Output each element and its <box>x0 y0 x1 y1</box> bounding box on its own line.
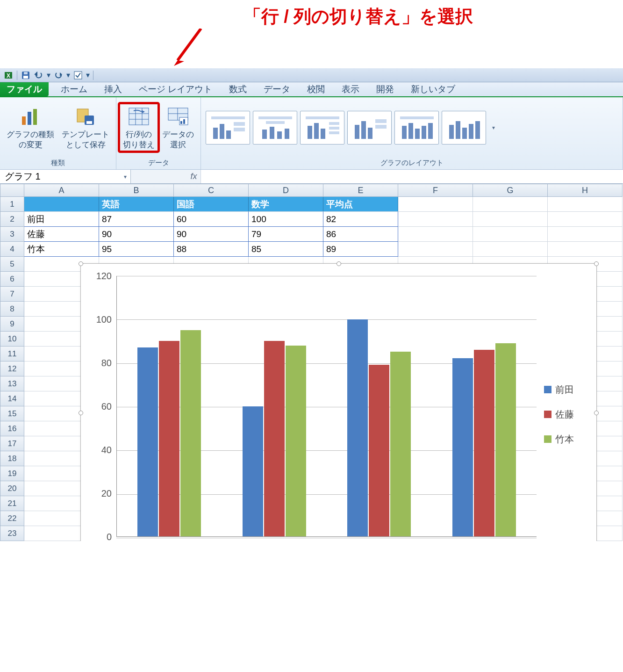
row-header[interactable]: 2 <box>0 212 24 227</box>
row-header[interactable]: 8 <box>0 302 24 317</box>
redo-icon[interactable] <box>53 70 64 80</box>
row-header[interactable]: 11 <box>0 347 24 361</box>
gallery-more-dropdown[interactable]: ▾ <box>489 111 498 145</box>
name-box[interactable]: グラフ 1 <box>0 170 131 183</box>
formula-bar-input[interactable] <box>201 170 623 183</box>
legend-item[interactable]: 佐藤 <box>544 408 588 421</box>
layout-thumb-6[interactable] <box>442 111 486 145</box>
row-header[interactable]: 18 <box>0 451 24 466</box>
chart-bar[interactable] <box>243 406 263 537</box>
cell[interactable]: 82 <box>323 212 398 227</box>
cell[interactable]: 60 <box>174 212 249 227</box>
row-header[interactable]: 9 <box>0 317 24 332</box>
checkbox-icon[interactable] <box>72 70 84 80</box>
cell[interactable]: 79 <box>249 227 323 242</box>
chart-bar[interactable] <box>495 343 516 536</box>
layout-thumb-4[interactable] <box>347 111 392 145</box>
row-header[interactable]: 21 <box>0 496 24 511</box>
save-template-button[interactable]: テンプレート として保存 <box>58 103 113 152</box>
qat-dropdown-icon[interactable]: ▾ <box>86 70 90 80</box>
cell[interactable] <box>548 212 623 227</box>
cell[interactable] <box>548 242 623 257</box>
undo-icon[interactable] <box>33 70 44 80</box>
cell[interactable]: 90 <box>99 227 174 242</box>
cell[interactable]: 90 <box>174 227 249 242</box>
chart-bar[interactable] <box>369 365 389 536</box>
cell[interactable] <box>473 227 548 242</box>
undo-dropdown-icon[interactable]: ▾ <box>46 70 51 80</box>
cell[interactable]: 89 <box>323 242 398 257</box>
chart-bar[interactable] <box>159 341 179 536</box>
chart-bar[interactable] <box>264 341 285 536</box>
cell[interactable]: 平均点 <box>323 197 398 212</box>
legend-item[interactable]: 前田 <box>544 383 588 396</box>
cell[interactable]: 前田 <box>24 212 99 227</box>
column-header[interactable]: E <box>323 184 398 197</box>
row-header[interactable]: 3 <box>0 227 24 242</box>
save-icon[interactable] <box>20 70 31 80</box>
chart-bar[interactable] <box>347 319 368 536</box>
cell[interactable]: 88 <box>174 242 249 257</box>
tab-view[interactable]: 表示 <box>333 82 368 96</box>
row-header[interactable]: 14 <box>0 391 24 406</box>
tab-insert[interactable]: 挿入 <box>96 82 130 96</box>
cell[interactable]: 100 <box>249 212 323 227</box>
cell[interactable]: 86 <box>323 227 398 242</box>
layout-thumb-2[interactable] <box>253 111 297 145</box>
layout-thumb-5[interactable] <box>394 111 439 145</box>
tab-data[interactable]: データ <box>255 82 299 96</box>
cell[interactable] <box>24 197 99 212</box>
cell[interactable]: 95 <box>99 242 174 257</box>
tab-new[interactable]: 新しいタブ <box>402 82 464 96</box>
select-all-corner[interactable] <box>0 184 24 197</box>
cell[interactable]: 竹本 <box>24 242 99 257</box>
change-chart-type-button[interactable]: グラフの種類 の変更 <box>3 103 58 152</box>
cell[interactable]: 国語 <box>174 197 249 212</box>
chart-bar[interactable] <box>180 330 201 536</box>
cell[interactable]: 87 <box>99 212 174 227</box>
chart-bar[interactable] <box>390 352 411 536</box>
column-header[interactable]: C <box>174 184 249 197</box>
chart-bar[interactable] <box>452 358 473 536</box>
column-header[interactable]: F <box>398 184 473 197</box>
cell[interactable] <box>398 197 473 212</box>
row-header[interactable]: 10 <box>0 332 24 347</box>
tab-formulas[interactable]: 数式 <box>221 82 255 96</box>
row-header[interactable]: 5 <box>0 257 24 272</box>
cell[interactable] <box>473 242 548 257</box>
select-data-button[interactable]: データの 選択 <box>158 103 198 152</box>
fx-label[interactable]: fx <box>187 170 201 183</box>
row-header[interactable]: 1 <box>0 197 24 212</box>
row-header[interactable]: 23 <box>0 526 24 541</box>
row-header[interactable]: 4 <box>0 242 24 257</box>
row-header[interactable]: 7 <box>0 287 24 302</box>
resize-handle[interactable] <box>79 261 83 266</box>
tab-home[interactable]: ホーム <box>52 82 96 96</box>
row-header[interactable]: 20 <box>0 481 24 496</box>
column-header[interactable]: D <box>249 184 323 197</box>
cell[interactable]: 佐藤 <box>24 227 99 242</box>
resize-handle[interactable] <box>337 261 341 266</box>
switch-row-column-button[interactable]: 行/列の 切り替え <box>119 103 158 152</box>
embedded-chart[interactable]: 020406080100120 英語国語数学平均点 前田佐藤竹本 <box>80 263 597 541</box>
row-header[interactable]: 16 <box>0 421 24 436</box>
tab-developer[interactable]: 開発 <box>368 82 402 96</box>
tab-review[interactable]: 校閲 <box>299 82 333 96</box>
redo-dropdown-icon[interactable]: ▾ <box>66 70 71 80</box>
cell[interactable] <box>473 212 548 227</box>
column-header[interactable]: H <box>548 184 623 197</box>
column-header[interactable]: B <box>99 184 174 197</box>
chart-bar[interactable] <box>137 347 158 536</box>
row-header[interactable]: 13 <box>0 376 24 391</box>
row-header[interactable]: 22 <box>0 511 24 526</box>
cell[interactable]: 数学 <box>249 197 323 212</box>
chart-bar[interactable] <box>286 346 306 536</box>
row-header[interactable]: 15 <box>0 406 24 421</box>
resize-handle[interactable] <box>79 411 83 415</box>
cell[interactable] <box>398 227 473 242</box>
cell[interactable]: 英語 <box>99 197 174 212</box>
resize-handle[interactable] <box>594 411 599 415</box>
row-header[interactable]: 19 <box>0 466 24 481</box>
column-header[interactable]: G <box>473 184 548 197</box>
legend-item[interactable]: 竹本 <box>544 433 588 446</box>
